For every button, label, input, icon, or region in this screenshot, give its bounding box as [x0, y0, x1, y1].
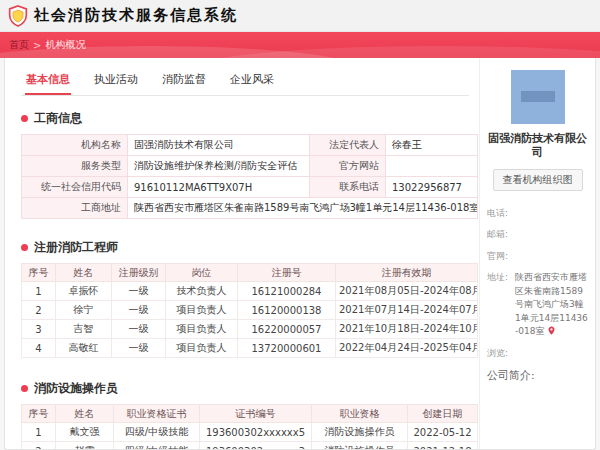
breadcrumb-banner: 首页 > 机构概况 — [0, 32, 600, 58]
operators-table: 序号姓名职业资格证书证书编号职业资格创建日期1戴文强四级/中级技能1936003… — [21, 404, 478, 450]
section-bullet-icon — [21, 115, 28, 122]
table-cell: 1 — [22, 423, 56, 442]
field-label: 工商地址 — [22, 198, 128, 219]
table-cell: 一级 — [112, 301, 166, 320]
section-title-business: 工商信息 — [34, 110, 82, 127]
company-logo — [511, 70, 565, 124]
sidebar-field: 浏览: — [487, 347, 588, 361]
table-cell: 四级/中级技能 — [114, 423, 200, 442]
breadcrumb-separator: > — [33, 40, 41, 51]
table-cell: 3 — [22, 320, 56, 339]
table-row: 4高敬红一级项目负责人137200006012022年04月24日-2025年0… — [22, 339, 478, 358]
column-header: 注册级别 — [112, 264, 166, 282]
section-bullet-icon — [21, 385, 28, 392]
column-header: 序号 — [22, 405, 56, 423]
table-cell: 消防设施操作员 — [312, 423, 408, 442]
table-header-row: 序号姓名注册级别岗位注册号注册有效期 — [22, 264, 478, 282]
tab-bar: 基本信息执业活动消防监督企业风采 — [21, 66, 469, 96]
sidebar-field-label: 邮箱: — [487, 228, 515, 242]
sidebar-field-label: 地址: — [487, 271, 515, 339]
business-info-table: 机构名称固强消防技术有限公司法定代表人徐春王服务类型消防设施维护保养检测/消防安… — [21, 134, 478, 219]
tab-执业活动[interactable]: 执业活动 — [93, 68, 139, 95]
tab-基本信息[interactable]: 基本信息 — [25, 68, 71, 95]
table-cell: 16120000138 — [238, 301, 336, 320]
table-cell: 2021年08月05日-2024年08月05日 — [336, 282, 478, 301]
content-card: 基本信息执业活动消防监督企业风采 工商信息 机构名称固强消防技术有限公司法定代表… — [4, 58, 596, 450]
table-cell: 一级 — [112, 339, 166, 358]
tab-消防监督[interactable]: 消防监督 — [161, 68, 207, 95]
table-cell: 1 — [22, 282, 56, 301]
field-value: 徐春王 — [386, 135, 478, 156]
column-header: 岗位 — [166, 264, 238, 282]
sidebar-field: 地址:陕西省西安市雁塔区朱雀南路1589号南飞鸿广场3幢1单元14层11436-… — [487, 271, 588, 339]
page: 社会消防技术服务信息系统 首页 > 机构概况 基本信息执业活动消防监督企业风采 … — [0, 0, 600, 450]
column-header: 注册有效期 — [336, 264, 478, 282]
section-operators: 消防设施操作员 序号姓名职业资格证书证书编号职业资格创建日期1戴文强四级/中级技… — [21, 380, 469, 450]
column-header: 证书编号 — [200, 405, 312, 423]
business-row: 机构名称固强消防技术有限公司法定代表人徐春王 — [22, 135, 478, 156]
table-cell: 13720000601 — [238, 339, 336, 358]
field-label: 统一社会信用代码 — [22, 177, 128, 198]
field-label: 服务类型 — [22, 156, 128, 177]
business-row: 统一社会信用代码91610112MA6TT9X07H联系电话1302295687… — [22, 177, 478, 198]
company-sidebar: 固强消防技术有限公司 查看机构组织图 电话:邮箱:官网:地址:陕西省西安市雁塔区… — [479, 58, 595, 449]
breadcrumb-current: 机构概况 — [45, 38, 85, 52]
table-cell: 项目负责人 — [166, 301, 238, 320]
field-value: 13022956877 — [386, 177, 478, 198]
field-label: 联系电话 — [310, 177, 386, 198]
sidebar-field: 电话: — [487, 207, 588, 221]
company-intro-label: 公司简介: — [487, 368, 588, 383]
column-header: 序号 — [22, 264, 56, 282]
table-row: 1戴文强四级/中级技能193600302xxxxxx5消防设施操作员2022-0… — [22, 423, 478, 442]
app-header: 社会消防技术服务信息系统 — [0, 0, 600, 32]
table-row: 2赵霞四级/中级技能193600302xxxxxx3消防设施操作员2021-12… — [22, 442, 478, 450]
section-title-operators: 消防设施操作员 — [34, 380, 118, 397]
table-cell: 吉智 — [56, 320, 112, 339]
breadcrumb-home[interactable]: 首页 — [9, 38, 29, 52]
sidebar-field-value: 陕西省西安市雁塔区朱雀南路1589号南飞鸿广场3幢1单元14层11436-018… — [515, 271, 588, 339]
table-cell: 项目负责人 — [166, 320, 238, 339]
table-cell: 消防设施操作员 — [312, 442, 408, 450]
table-cell: 技术负责人 — [166, 282, 238, 301]
table-cell: 2021年07月14日-2024年07月14日 — [336, 301, 478, 320]
section-bullet-icon — [21, 244, 28, 251]
app-title: 社会消防技术服务信息系统 — [34, 6, 238, 25]
engineers-table: 序号姓名注册级别岗位注册号注册有效期1卓振怀一级技术负责人16121000284… — [21, 263, 478, 358]
field-value: 固强消防技术有限公司 — [128, 135, 310, 156]
sidebar-field-label: 官网: — [487, 250, 515, 264]
table-row: 1卓振怀一级技术负责人161210002842021年08月05日-2024年0… — [22, 282, 478, 301]
table-cell: 高敬红 — [56, 339, 112, 358]
table-cell: 4 — [22, 339, 56, 358]
table-cell: 2 — [22, 301, 56, 320]
table-cell: 项目负责人 — [166, 339, 238, 358]
field-value: 陕西省西安市雁塔区朱雀南路1589号南飞鸿广场3幢1单元14层11436-018… — [128, 198, 478, 219]
sidebar-field: 官网: — [487, 250, 588, 264]
org-chart-button[interactable]: 查看机构组织图 — [493, 169, 583, 191]
field-value: 消防设施维护保养检测/消防安全评估 — [128, 156, 310, 177]
sidebar-field-label: 浏览: — [487, 347, 515, 361]
sidebar-field-label: 电话: — [487, 207, 515, 221]
table-cell: 2022-05-12 — [408, 423, 478, 442]
field-label: 官方网站 — [310, 156, 386, 177]
field-label: 法定代表人 — [310, 135, 386, 156]
column-header: 职业资格证书 — [114, 405, 200, 423]
table-cell: 193600302xxxxxx5 — [200, 423, 312, 442]
table-cell: 2021-12-18 — [408, 442, 478, 450]
column-header: 姓名 — [56, 405, 114, 423]
company-name: 固强消防技术有限公司 — [487, 132, 588, 161]
table-cell: 一级 — [112, 282, 166, 301]
column-header: 注册号 — [238, 264, 336, 282]
location-pin-icon[interactable] — [547, 326, 556, 336]
table-cell: 2022年04月24日-2025年04月24日 — [336, 339, 478, 358]
table-cell: 卓振怀 — [56, 282, 112, 301]
field-value — [386, 156, 478, 177]
business-row: 服务类型消防设施维护保养检测/消防安全评估官方网站 — [22, 156, 478, 177]
business-row: 工商地址陕西省西安市雁塔区朱雀南路1589号南飞鸿广场3幢1单元14层11436… — [22, 198, 478, 219]
table-cell: 16220000057 — [238, 320, 336, 339]
tab-企业风采[interactable]: 企业风采 — [229, 68, 275, 95]
table-header-row: 序号姓名职业资格证书证书编号职业资格创建日期 — [22, 405, 478, 423]
main-column: 基本信息执业活动消防监督企业风采 工商信息 机构名称固强消防技术有限公司法定代表… — [5, 58, 479, 449]
table-cell: 16121000284 — [238, 282, 336, 301]
shield-logo-icon — [8, 5, 28, 27]
table-cell: 赵霞 — [56, 442, 114, 450]
